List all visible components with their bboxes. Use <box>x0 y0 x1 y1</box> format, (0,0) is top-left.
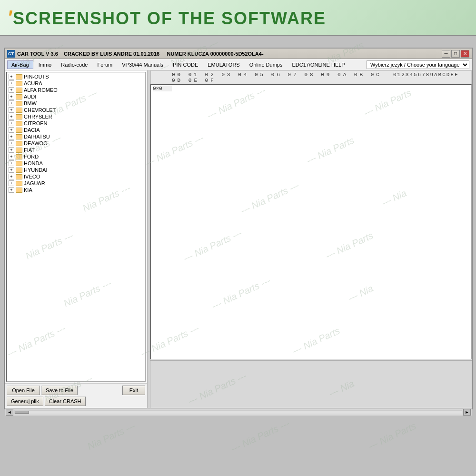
tree-label-citroen: CITROEN <box>24 120 48 126</box>
folder-icon-kia <box>16 188 22 193</box>
tree-view[interactable]: + PIN-OUTS + ACURA + ALFA ROMEO + <box>6 72 146 382</box>
language-select[interactable]: Wybierz jezyk / Choose your language <box>367 60 469 69</box>
tree-item-ford[interactable]: + FORD <box>8 153 144 160</box>
tree-item-chrysler[interactable]: + CHRYSLER <box>8 113 144 120</box>
tree-item-jaguar[interactable]: + JAGUAR <box>8 180 144 187</box>
tree-label-dacia: DACIA <box>24 127 40 133</box>
tree-item-iveco[interactable]: + IVECO <box>8 173 144 180</box>
folder-icon-dacia <box>16 128 22 133</box>
tree-item-acura[interactable]: + ACURA <box>8 80 144 87</box>
tree-label-daihatsu: DAIHATSU <box>24 134 50 139</box>
clear-crash-button[interactable]: Clear CRASH <box>45 397 86 406</box>
folder-icon-acura <box>16 81 22 86</box>
maximize-button[interactable]: □ <box>451 50 460 58</box>
tree-item-pinouts[interactable]: + PIN-OUTS <box>8 73 144 80</box>
tree-expand-citroen[interactable]: + <box>9 120 14 126</box>
folder-icon-citroen <box>16 121 22 126</box>
tree-expand-bmw[interactable]: + <box>9 100 14 106</box>
tree-expand-honda[interactable]: + <box>9 160 14 166</box>
tree-expand-iveco[interactable]: + <box>9 174 14 179</box>
folder-icon-fiat <box>16 148 22 153</box>
button-row: Open File Save to File Exit Generuj plik… <box>5 383 147 408</box>
watermark: --- Nia Parts <box>367 420 417 452</box>
folder-icon-pinouts <box>16 74 22 79</box>
tree-item-alfa[interactable]: + ALFA ROMEO <box>8 87 144 93</box>
minimize-button[interactable]: ─ <box>442 50 450 58</box>
horizontal-scrollbar[interactable]: ◄ ► <box>5 408 472 416</box>
tree-expand-pinouts[interactable]: + <box>9 74 14 79</box>
tree-label-acura: ACURA <box>24 80 42 86</box>
tree-item-hyundai[interactable]: + HYUNDAI <box>8 167 144 173</box>
tab-onlinedumps[interactable]: Online Dumps <box>245 60 287 69</box>
tree-expand-alfa[interactable]: + <box>9 87 14 93</box>
banner-text: 'SCREENSHOT OF THE SOFTWARE <box>7 6 326 29</box>
folder-icon-honda <box>16 161 22 166</box>
save-to-file-button[interactable]: Save to File <box>41 386 78 395</box>
tree-expand-hyundai[interactable]: + <box>9 167 14 173</box>
tree-item-fiat[interactable]: + FIAT <box>8 147 144 153</box>
folder-icon-iveco <box>16 174 22 179</box>
hex-offset-header <box>153 72 172 83</box>
left-panel: + PIN-OUTS + ACURA + ALFA ROMEO + <box>5 70 148 408</box>
tree-expand-kia[interactable]: + <box>9 187 14 193</box>
tree-expand-fiat[interactable]: + <box>9 147 14 153</box>
tab-airbag[interactable]: Air-Bag <box>7 60 33 69</box>
tree-item-bmw[interactable]: + BMW <box>8 100 144 107</box>
tree-label-deawoo: DEAWOO <box>24 140 48 146</box>
tree-expand-deawoo[interactable]: + <box>9 140 14 146</box>
tab-pincode[interactable]: PIN CODE <box>169 60 202 69</box>
tree-expand-daihatsu[interactable]: + <box>9 134 14 139</box>
tab-immo[interactable]: Immo <box>34 60 56 69</box>
hex-view[interactable]: 0×0 <box>150 84 472 359</box>
open-file-button[interactable]: Open File <box>7 386 40 395</box>
tab-forum[interactable]: Forum <box>93 60 117 69</box>
scroll-thumb[interactable] <box>15 411 29 414</box>
button-row-bottom: Generuj plik Clear CRASH <box>7 397 145 406</box>
tree-label-iveco: IVECO <box>24 174 40 179</box>
title-bar-text: CAR TOOL V 3.6 CRACKED BY LUIS ANDRE 01.… <box>17 51 442 57</box>
tree-item-kia[interactable]: + KIA <box>8 187 144 193</box>
tree-item-deawoo[interactable]: + DEAWOO <box>8 140 144 147</box>
generuj-plik-button[interactable]: Generuj plik <box>7 397 43 406</box>
menu-bar: Air-Bag Immo Radio-code Forum VP30/44 Ma… <box>5 59 472 70</box>
tree-label-bmw: BMW <box>24 100 37 106</box>
banner: 'SCREENSHOT OF THE SOFTWARE <box>0 0 476 36</box>
tree-item-daihatsu[interactable]: + DAIHATSU <box>8 133 144 140</box>
main-window: CT CAR TOOL V 3.6 CRACKED BY LUIS ANDRE … <box>4 48 473 409</box>
tab-emulators[interactable]: EMULATORS <box>203 60 244 69</box>
folder-icon-bmw <box>16 101 22 106</box>
tree-label-audi: AUDI <box>24 94 36 99</box>
tree-label-chevrolet: CHEVROLET <box>24 107 56 113</box>
close-button[interactable]: ✕ <box>461 50 469 58</box>
tree-expand-acura[interactable]: + <box>9 80 14 86</box>
tree-item-dacia[interactable]: + DACIA <box>8 127 144 133</box>
exit-button[interactable]: Exit <box>122 386 145 395</box>
tree-expand-ford[interactable]: + <box>9 154 14 159</box>
tree-label-kia: KIA <box>24 187 32 193</box>
tree-expand-chevrolet[interactable]: + <box>9 107 14 113</box>
scroll-right-button[interactable]: ► <box>463 409 471 416</box>
tree-expand-audi[interactable]: + <box>9 94 14 99</box>
tree-expand-chrysler[interactable]: + <box>9 114 14 119</box>
tree-label-jaguar: JAGUAR <box>24 180 45 186</box>
tab-edc17[interactable]: EDC17/ONLINE HELP <box>288 60 349 69</box>
tree-label-pinouts: PIN-OUTS <box>24 74 49 79</box>
scroll-left-button[interactable]: ◄ <box>6 409 13 416</box>
folder-icon-audi <box>16 94 22 99</box>
tree-expand-jaguar[interactable]: + <box>9 180 14 186</box>
tree-expand-dacia[interactable]: + <box>9 127 14 133</box>
tree-item-audi[interactable]: + AUDI <box>8 93 144 100</box>
folder-icon-alfa <box>16 88 22 93</box>
tab-radiocode[interactable]: Radio-code <box>57 60 92 69</box>
scroll-track <box>14 410 462 414</box>
tree-item-honda[interactable]: + HONDA <box>8 160 144 167</box>
tree-item-citroen[interactable]: + CITROEN <box>8 120 144 127</box>
folder-icon-chevrolet <box>16 108 22 113</box>
folder-icon-daihatsu <box>16 134 22 139</box>
tree-item-chevrolet[interactable]: + CHEVROLET <box>8 107 144 113</box>
hex-row-0-ascii <box>407 86 469 91</box>
tab-vp3044[interactable]: VP30/44 Manuals <box>118 60 168 69</box>
bottom-panel <box>150 360 472 408</box>
title-bar-buttons: ─ □ ✕ <box>442 50 469 58</box>
tree-label-fiat: FIAT <box>24 147 35 153</box>
